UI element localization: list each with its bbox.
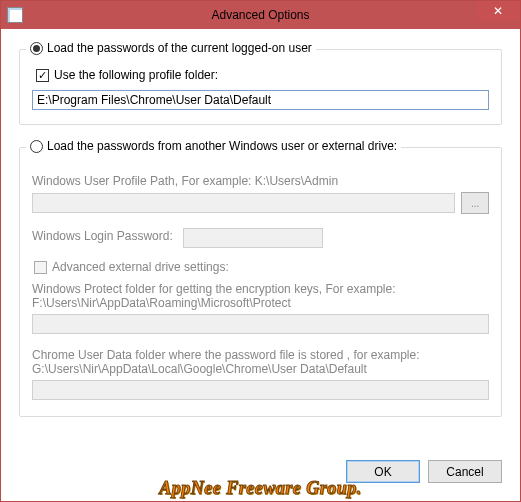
window: Advanced Options ✕ Load the passwords of… — [0, 0, 521, 502]
login-password-row: Windows Login Password: — [32, 228, 489, 248]
radio-other-user[interactable] — [30, 140, 43, 153]
titlebar[interactable]: Advanced Options ✕ — [1, 1, 520, 29]
protect-folder-block: Windows Protect folder for getting the e… — [32, 282, 489, 334]
group-current-user: Load the passwords of the current logged… — [19, 49, 502, 125]
user-profile-block: Windows User Profile Path, For example: … — [32, 174, 489, 214]
adv-ext-row: Advanced external drive settings: — [34, 260, 489, 274]
protect-folder-label: Windows Protect folder for getting the e… — [32, 282, 489, 310]
radio-current-user-label: Load the passwords of the current logged… — [47, 41, 312, 55]
user-profile-path-label: Windows User Profile Path, For example: … — [32, 174, 489, 188]
use-profile-row: ✓ Use the following profile folder: — [36, 68, 489, 82]
use-profile-checkbox[interactable]: ✓ — [36, 69, 49, 82]
radio-other-user-label: Load the passwords from another Windows … — [47, 139, 397, 153]
login-password-label: Windows Login Password: — [32, 229, 173, 243]
group-other-user: Load the passwords from another Windows … — [19, 147, 502, 417]
protect-folder-input[interactable] — [32, 314, 489, 334]
adv-ext-checkbox[interactable] — [34, 261, 47, 274]
radio-current-user[interactable] — [30, 42, 43, 55]
user-profile-path-input[interactable] — [32, 193, 455, 213]
ok-button[interactable]: OK — [346, 460, 420, 483]
login-password-input[interactable] — [183, 228, 323, 248]
userdata-folder-block: Chrome User Data folder where the passwo… — [32, 348, 489, 400]
group-other-user-header: Load the passwords from another Windows … — [26, 139, 401, 153]
close-button[interactable]: ✕ — [476, 1, 520, 21]
group-current-user-header: Load the passwords of the current logged… — [26, 41, 316, 55]
cancel-button[interactable]: Cancel — [428, 460, 502, 483]
userdata-folder-input[interactable] — [32, 380, 489, 400]
close-icon: ✕ — [493, 5, 503, 17]
userdata-folder-label: Chrome User Data folder where the passwo… — [32, 348, 489, 376]
content-area: Load the passwords of the current logged… — [1, 29, 520, 501]
app-icon — [7, 7, 23, 23]
window-title: Advanced Options — [1, 8, 520, 22]
button-bar: OK Cancel — [346, 460, 502, 483]
browse-button[interactable]: ... — [461, 192, 489, 214]
use-profile-label: Use the following profile folder: — [54, 68, 218, 82]
adv-ext-label: Advanced external drive settings: — [52, 260, 229, 274]
profile-path-input[interactable] — [32, 90, 489, 110]
